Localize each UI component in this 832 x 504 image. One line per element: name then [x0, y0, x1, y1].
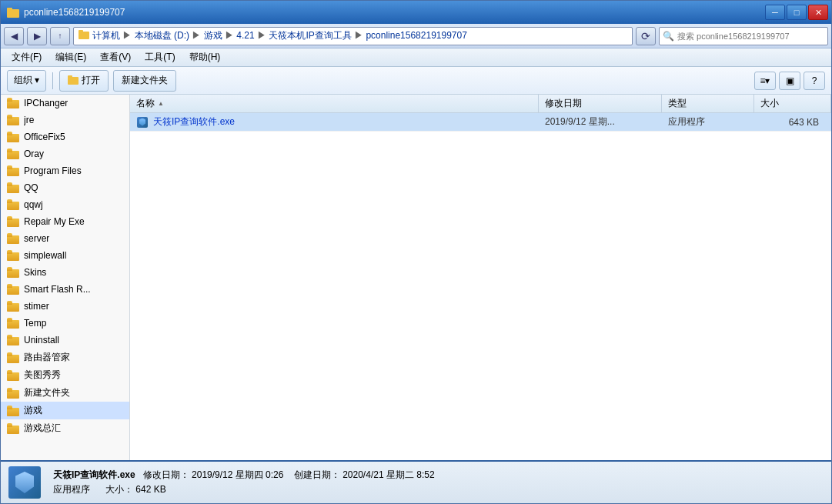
status-file-icon	[8, 466, 41, 499]
maximize-button[interactable]: □	[787, 5, 807, 20]
folder-icon	[7, 233, 19, 244]
status-create-label: 创建日期：	[294, 469, 340, 480]
status-create-value: 2020/4/21 星期二 8:52	[342, 469, 434, 480]
up-button[interactable]: ↑	[50, 27, 70, 45]
folder-icon	[7, 182, 19, 193]
sidebar-label: 新建文件夹	[24, 386, 70, 399]
main-area: IPChanger jre OfficeFix5 Oray Program Fi…	[1, 95, 831, 460]
file-rows: 天筱IP查询软件.exe 2019/9/12 星期... 应用程序 643 KB	[130, 113, 831, 460]
folder-icon	[7, 250, 19, 261]
search-bar[interactable]: 🔍	[659, 27, 828, 45]
menu-file[interactable]: 文件(F)	[5, 49, 48, 65]
col-name-label: 名称	[136, 97, 155, 110]
folder-icon	[7, 388, 19, 399]
breadcrumb-icon	[79, 30, 89, 42]
sidebar-item-server[interactable]: server	[1, 230, 129, 247]
close-button[interactable]: ✕	[808, 5, 828, 20]
status-bar: 天筱IP查询软件.exe 修改日期： 2019/9/12 星期四 0:26 创建…	[1, 460, 831, 503]
svg-rect-3	[79, 30, 83, 33]
sidebar-item-oray[interactable]: Oray	[1, 145, 129, 162]
sidebar-item-meitushow[interactable]: 美图秀秀	[1, 366, 129, 384]
back-button[interactable]: ◀	[4, 27, 24, 45]
column-headers: 名称 ▲ 修改日期 类型 大小	[130, 95, 831, 113]
sidebar-label: IPChanger	[24, 98, 68, 108]
sidebar-item-ipchanger[interactable]: IPChanger	[1, 95, 129, 112]
help-button[interactable]: ?	[804, 72, 825, 90]
exe-file-icon	[136, 116, 149, 129]
open-button[interactable]: 打开	[59, 70, 109, 92]
folder-icon	[7, 406, 19, 416]
folder-icon	[7, 335, 19, 345]
folder-icon	[7, 370, 19, 381]
status-modify-label: 修改日期：	[143, 469, 189, 480]
sidebar-label: stimer	[24, 301, 49, 312]
sidebar-item-officefix5[interactable]: OfficeFix5	[1, 129, 129, 145]
menu-help[interactable]: 帮助(H)	[183, 49, 227, 65]
sidebar-item-temp[interactable]: Temp	[1, 315, 129, 332]
sidebar-label: OfficeFix5	[24, 132, 65, 142]
folder-icon	[7, 98, 19, 108]
breadcrumb-text: 计算机 ▶ 本地磁盘 (D:) ▶ 游戏 ▶ 4.21 ▶ 天筱本机IP查询工具…	[92, 29, 467, 42]
sidebar-item-stimer[interactable]: stimer	[1, 298, 129, 315]
file-list-area: 名称 ▲ 修改日期 类型 大小	[130, 95, 831, 460]
sidebar-item-programfiles[interactable]: Program Files	[1, 162, 129, 179]
sidebar-item-qq[interactable]: QQ	[1, 179, 129, 196]
sidebar-item-gamescollection[interactable]: 游戏总汇	[1, 419, 129, 437]
explorer-window: pconline1568219199707 ─ □ ✕ ◀ ▶ ↑ 计算机 ▶ …	[0, 0, 832, 504]
sidebar-label: Repair My Exe	[24, 216, 85, 227]
search-icon: 🔍	[663, 31, 674, 42]
toolbar: 组织 ▾ 打开 新建文件夹 ≡▾ ▣ ?	[1, 67, 831, 95]
folder-icon	[7, 132, 19, 142]
table-row[interactable]: 天筱IP查询软件.exe 2019/9/12 星期... 应用程序 643 KB	[130, 113, 831, 132]
forward-button[interactable]: ▶	[27, 27, 47, 45]
sidebar-item-simplewall[interactable]: simplewall	[1, 247, 129, 264]
col-header-size[interactable]: 大小	[754, 95, 831, 112]
sidebar-item-uninstall[interactable]: Uninstall	[1, 332, 129, 349]
svg-rect-5	[68, 75, 72, 78]
view-options-button[interactable]: ≡▾	[754, 72, 776, 90]
sidebar-label: Skins	[24, 267, 46, 278]
new-folder-button[interactable]: 新建文件夹	[113, 70, 176, 92]
status-line-1: 天筱IP查询软件.exe 修改日期： 2019/9/12 星期四 0:26 创建…	[53, 469, 435, 482]
sidebar-item-smartflash[interactable]: Smart Flash R...	[1, 281, 129, 298]
sidebar-item-routermanager[interactable]: 路由器管家	[1, 349, 129, 366]
col-header-date[interactable]: 修改日期	[539, 95, 662, 112]
menu-bar: 文件(F) 编辑(E) 查看(V) 工具(T) 帮助(H)	[1, 48, 831, 67]
sidebar-item-newfolder[interactable]: 新建文件夹	[1, 384, 129, 402]
col-header-type[interactable]: 类型	[662, 95, 754, 112]
breadcrumb[interactable]: 计算机 ▶ 本地磁盘 (D:) ▶ 游戏 ▶ 4.21 ▶ 天筱本机IP查询工具…	[73, 27, 633, 45]
title-bar-left: pconline1568219199707	[7, 6, 125, 18]
folder-icon	[7, 165, 19, 176]
file-name-text: 天筱IP查询软件.exe	[153, 115, 235, 129]
status-size-label: 大小：	[105, 484, 133, 495]
menu-view[interactable]: 查看(V)	[94, 49, 137, 65]
folder-title-icon	[7, 6, 19, 18]
status-filename: 天筱IP查询软件.exe	[53, 469, 135, 480]
sidebar-item-qqwj[interactable]: qqwj	[1, 196, 129, 213]
sort-arrow-icon: ▲	[158, 100, 164, 107]
title-bar: pconline1568219199707 ─ □ ✕	[1, 1, 831, 24]
sidebar-label: 路由器管家	[24, 351, 70, 364]
col-header-name[interactable]: 名称 ▲	[130, 95, 539, 112]
title-controls: ─ □ ✕	[765, 5, 828, 20]
status-shield-icon	[15, 472, 34, 493]
sidebar-item-games[interactable]: 游戏	[1, 402, 129, 419]
open-label: 打开	[82, 74, 100, 87]
organize-button[interactable]: 组织 ▾	[7, 70, 46, 92]
col-date-label: 修改日期	[545, 97, 582, 110]
minimize-button[interactable]: ─	[765, 5, 785, 20]
svg-rect-1	[7, 8, 12, 11]
sidebar-item-skins[interactable]: Skins	[1, 264, 129, 281]
sidebar-item-repairmyexe[interactable]: Repair My Exe	[1, 213, 129, 230]
toolbar-right: ≡▾ ▣ ?	[754, 72, 825, 90]
sidebar-item-jre[interactable]: jre	[1, 112, 129, 129]
search-input[interactable]	[677, 32, 824, 41]
refresh-button[interactable]: ⟳	[636, 27, 656, 45]
sidebar-label: 美图秀秀	[24, 369, 61, 382]
address-bar: ◀ ▶ ↑ 计算机 ▶ 本地磁盘 (D:) ▶ 游戏 ▶ 4.21 ▶ 天筱本机…	[1, 24, 831, 48]
preview-pane-button[interactable]: ▣	[779, 72, 800, 90]
menu-tools[interactable]: 工具(T)	[139, 49, 181, 65]
folder-icon	[7, 352, 19, 363]
file-cell-size: 643 KB	[754, 117, 831, 128]
menu-edit[interactable]: 编辑(E)	[49, 49, 92, 65]
